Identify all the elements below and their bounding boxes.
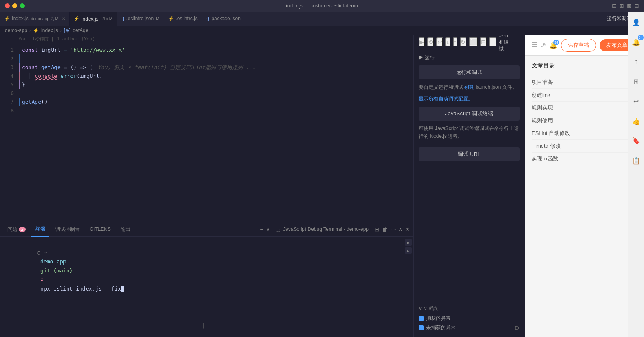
publish-icon[interactable]: ↑ (630, 56, 642, 67)
code-line: getAge() (20, 98, 413, 106)
code-line (20, 106, 413, 115)
editor-container: You, 1秒钟前 | 1 author (You) 1 2 3 4 5 6 7… (0, 35, 413, 337)
terminal-cursor (121, 286, 124, 292)
bp-caught-label: 捕获的异常 (426, 315, 451, 322)
code-line: const imgUrl = 'http://www.xx.x' (20, 46, 413, 54)
tab-eslintrc-json[interactable]: {} .eslintrc.json M (117, 12, 164, 26)
toc-item-create-link[interactable]: 创建link (532, 89, 637, 102)
panel-toggle-icon[interactable]: ⊞ (619, 2, 624, 9)
code-line: } (20, 80, 413, 89)
stop-button[interactable]: ⬜ (469, 37, 478, 46)
sidebar-badge: 34 (638, 35, 644, 40)
save-draft-button[interactable]: 保存草稿 (561, 39, 596, 52)
tab-icon: ⚡ (168, 16, 174, 21)
window-title: index.js — customer-eslint-demo (286, 3, 358, 9)
tab-index-js-demo[interactable]: ⚡ index.js demo-app 2, M ✕ (0, 12, 70, 26)
debug-url-button[interactable]: 调试 URL (419, 147, 520, 161)
toc-item-project-prep[interactable]: 项目准备 (532, 76, 637, 89)
gear-icon[interactable]: ⚙ (514, 325, 520, 331)
customize-layout-icon[interactable]: ⊟ (634, 2, 639, 9)
toc-item-rule-use[interactable]: 规则使用 (532, 114, 637, 127)
terminal-actions: + ∨ ⬚ JavaScript Debug Terminal - demo-a… (260, 226, 410, 232)
list-icon[interactable]: ☰ (532, 41, 537, 49)
split-view-button[interactable]: ⊟ (480, 37, 487, 46)
tab-index-js-lib[interactable]: ⚡ index.js ../lib M (70, 12, 117, 26)
traffic-lights (5, 3, 25, 8)
step-over-button[interactable]: ⟲ (427, 37, 434, 46)
scroll-down-icon[interactable]: ▶ (405, 247, 412, 254)
maximize-panel-icon[interactable]: ∧ (398, 226, 403, 232)
share-icon[interactable]: ↗ (541, 41, 546, 49)
run-button[interactable]: ▶ (419, 37, 425, 46)
breadcrumb-symbol-icon: [⊕] (64, 28, 71, 33)
debug-panel: ▶ ⟲ ↩ ↓ ↑ ↻ ⬜ ⊟ ⋯ 运行和调试 ⋯ ▶ 运行 运行和调试 要自定… (413, 35, 525, 337)
bp-caught-checkbox[interactable] (419, 316, 424, 321)
more-debug-button[interactable]: ⋯ (489, 37, 496, 46)
notifications-icon[interactable]: 🔔 34 (549, 41, 557, 49)
terminal-area[interactable]: ▶ ▶ ○ → demo-app git:(main) ✗ npx eslint… (0, 237, 413, 337)
debug-more-icon[interactable]: ⋯ (515, 39, 520, 45)
debug-toolbar: ▶ ⟲ ↩ ↓ ↑ ↻ ⬜ ⊟ ⋯ 运行和调试 ⋯ (419, 35, 520, 49)
bp-uncaught-checkbox[interactable] (419, 325, 424, 330)
close-panel-icon[interactable]: ✕ (405, 226, 410, 232)
tab-label: index.js (12, 16, 29, 21)
thumbs-up-icon[interactable]: 👍 (630, 115, 642, 127)
copy-icon[interactable]: 📋 (630, 155, 642, 166)
history-icon[interactable]: ↩ (630, 95, 642, 107)
step-into-button[interactable]: ↓ (445, 37, 450, 46)
toc-item-fix-fn[interactable]: 实现fix函数 (532, 153, 637, 165)
tab-terminal[interactable]: 终端 (31, 222, 49, 237)
titlebar-actions: ⊟ ⊞ ⊠ ⊟ (612, 2, 639, 9)
more-icon[interactable]: ⋯ (390, 226, 396, 232)
restart-button[interactable]: ↻ (460, 37, 466, 46)
code-line: const getAge = () => { You, 前天 • feat(in… (20, 63, 413, 72)
code-editor[interactable]: 1 2 3 4 5 6 7 8 const imgUrl = 'http (0, 42, 413, 222)
tab-debug-console[interactable]: 调试控制台 (51, 222, 84, 237)
notifications-sidebar-icon[interactable]: 🔔 34 (630, 36, 642, 48)
maximize-button[interactable] (20, 3, 25, 8)
close-button[interactable] (5, 3, 10, 8)
toc-item-eslint-auto[interactable]: ESLint 自动修改 (532, 127, 637, 140)
editor-layout-icon[interactable]: ⊠ (627, 2, 632, 9)
run-section-title: ▶ 运行 (419, 54, 520, 61)
tab-close-icon[interactable]: ✕ (62, 16, 65, 21)
scroll-up-icon[interactable]: ▶ (405, 239, 412, 246)
step-back-button[interactable]: ↩ (436, 37, 443, 46)
breadcrumb: demo-app › ⚡ index.js › [⊕] getAge (0, 26, 644, 35)
terminal-scroll-controls[interactable]: ▶ ▶ (405, 239, 412, 254)
breadcrumb-root[interactable]: demo-app (5, 28, 27, 33)
tab-icon: {} (206, 16, 209, 21)
tab-gitlens[interactable]: GITLENS (86, 222, 115, 237)
expand-terminal-icon[interactable]: ∨ (266, 226, 270, 232)
run-debug-button[interactable]: 运行和调试 (419, 65, 520, 79)
minimize-button[interactable] (12, 3, 17, 8)
breakpoints-title: ∨ 断点 (424, 305, 438, 311)
show-all-configs-link[interactable]: 显示所有自动调试配置。 (419, 96, 473, 102)
js-debug-terminal-button[interactable]: JavaScript 调试终端 (419, 107, 520, 121)
bookmark-icon[interactable]: 🔖 (630, 135, 642, 146)
toc-item-meta[interactable]: meta 修改 (532, 140, 637, 153)
toc-title: 文章目录 (532, 62, 637, 70)
tab-package-json[interactable]: {} package.json (202, 12, 245, 26)
breadcrumb-symbol[interactable]: getAge (73, 28, 88, 33)
layout-icon[interactable]: ⊞ (630, 76, 642, 87)
tab-eslintrc-js[interactable]: ⚡ .eslintrc.js (164, 12, 202, 26)
code-line: │ console.error(imgUrl) (20, 72, 413, 80)
problems-badge: 2 (19, 227, 26, 232)
breakpoints-header[interactable]: ∨ ∨ 断点 (419, 305, 520, 311)
add-terminal-icon[interactable]: + (260, 226, 264, 232)
code-line (20, 54, 413, 63)
tab-label: .eslintrc.js (176, 16, 198, 21)
tab-badge: M (156, 16, 159, 21)
toc-item-rule-impl[interactable]: 规则实现 (532, 102, 637, 114)
create-launch-link[interactable]: 创建 (464, 84, 474, 90)
tab-output[interactable]: 输出 (117, 222, 135, 237)
tab-problems[interactable]: 问题 2 (3, 222, 30, 237)
trash-icon[interactable]: 🗑 (382, 226, 388, 232)
breadcrumb-file[interactable]: index.js (41, 28, 58, 33)
step-out-button[interactable]: ↑ (453, 37, 458, 46)
split-terminal-icon[interactable]: ⊟ (375, 226, 379, 232)
tab-badge: demo-app 2, M (31, 16, 59, 21)
tab-label: index.js (82, 16, 98, 22)
sidebar-toggle-icon[interactable]: ⊟ (612, 2, 617, 9)
